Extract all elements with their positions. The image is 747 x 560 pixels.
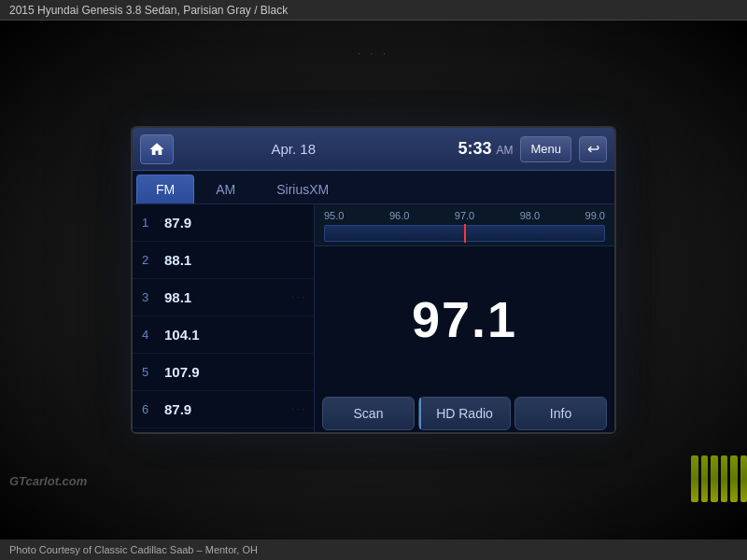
frequency-track (324, 225, 605, 242)
bottom-caption-text: Photo Courtesy of Classic Cadillac Saab … (9, 544, 258, 555)
screen-header: Apr. 18 5:33 AM Menu ↩ (133, 128, 614, 171)
bottom-caption: Photo Courtesy of Classic Cadillac Saab … (0, 539, 747, 560)
preset-item-6[interactable]: 6 87.9 · · · (133, 391, 314, 428)
info-button[interactable]: Info (514, 397, 607, 430)
photo-area: · · · Apr. 18 5:33 AM Menu (0, 21, 747, 539)
frequency-needle (464, 224, 466, 243)
preset-item-1[interactable]: 1 87.9 (133, 204, 314, 242)
radio-area: 95.0 96.0 97.0 98.0 99.0 97.1 (315, 204, 614, 434)
photo-frame: 2015 Hyundai Genesis 3.8 Sedan, Parisian… (0, 0, 747, 560)
hd-radio-button[interactable]: HD Radio (418, 397, 511, 430)
tail-light-decoration (691, 455, 747, 502)
frequency-scale: 95.0 96.0 97.0 98.0 99.0 (324, 210, 605, 221)
header-date: Apr. 18 (140, 141, 446, 157)
menu-button[interactable]: Menu (520, 136, 571, 162)
infotainment-screen: Apr. 18 5:33 AM Menu ↩ FM AM (131, 126, 616, 434)
tab-siriusxm[interactable]: SiriusXM (257, 175, 348, 203)
preset-list: 1 87.9 2 88.1 3 98.1 · · · 4 104.1 (133, 204, 315, 434)
frequency-bar: 95.0 96.0 97.0 98.0 99.0 (315, 204, 614, 246)
preset-item-3[interactable]: 3 98.1 · · · (133, 279, 314, 316)
back-button[interactable]: ↩ (579, 136, 607, 162)
current-frequency-display: 97.1 (315, 246, 614, 391)
top-caption: 2015 Hyundai Genesis 3.8 Sedan, Parisian… (0, 0, 747, 21)
preset-item-2[interactable]: 2 88.1 (133, 242, 314, 279)
tab-fm[interactable]: FM (136, 175, 194, 203)
watermark: GTcarlot.com (9, 474, 87, 488)
preset-item-5[interactable]: 5 107.9 (133, 354, 314, 391)
radio-controls: Scan HD Radio Info (315, 391, 614, 434)
header-center: Apr. 18 5:33 AM (181, 139, 513, 159)
tab-bar: FM AM SiriusXM (133, 171, 614, 204)
main-content: 1 87.9 2 88.1 3 98.1 · · · 4 104.1 (133, 204, 614, 434)
header-time: 5:33 AM (458, 139, 513, 159)
preset-item-4[interactable]: 4 104.1 (133, 316, 314, 354)
dots-decoration: · · · (358, 49, 389, 59)
scan-button[interactable]: Scan (322, 397, 415, 430)
tab-am[interactable]: AM (196, 175, 255, 203)
caption-text: 2015 Hyundai Genesis 3.8 Sedan, Parisian… (9, 4, 288, 17)
